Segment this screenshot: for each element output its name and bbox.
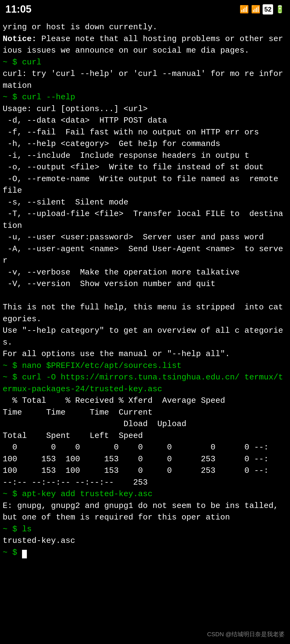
terminal-content[interactable]: yring or host is down currently. Notice:…	[0, 19, 290, 561]
watermark: CSDN @结城明日奈是我老婆	[207, 630, 285, 639]
cursor	[22, 550, 27, 558]
status-time: 11:05	[5, 2, 31, 16]
signal-icon: 📶	[251, 4, 260, 14]
status-bar: 11:05 📶 📶 52 🔋	[0, 0, 290, 19]
wifi-icon: 📶	[240, 4, 249, 14]
battery-badge: 52	[263, 4, 273, 14]
status-icons: 📶 📶 52 🔋	[240, 4, 285, 14]
battery-icon: 🔋	[275, 4, 285, 14]
